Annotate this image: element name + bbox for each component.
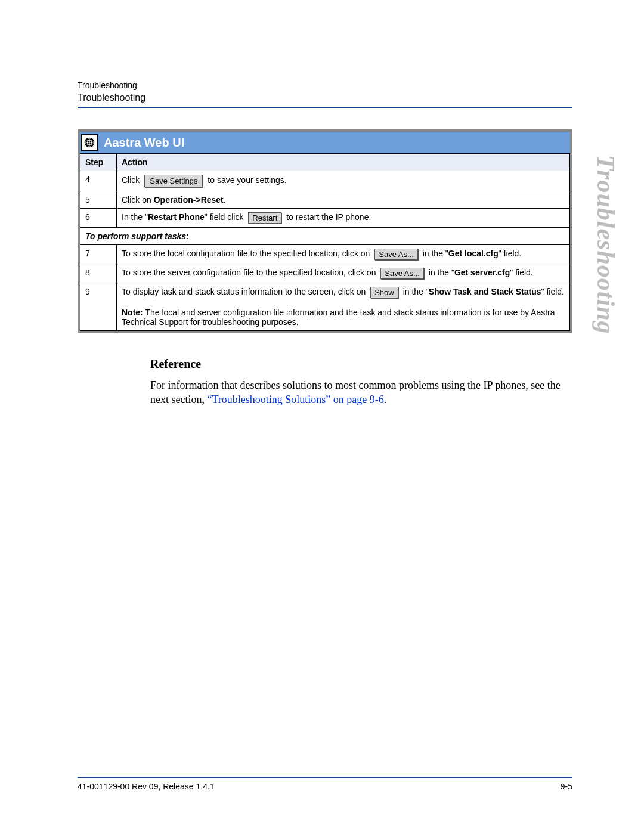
step-number: 4 [80,171,117,191]
table-row: 7 To store the local configuration file … [80,245,570,264]
step-number: 7 [80,245,117,264]
step-action: In the "Restart Phone" field click Resta… [117,209,570,228]
text: in the " [423,249,448,258]
text: in the " [429,268,454,277]
table-row: 8 To store the server configuration file… [80,264,570,283]
step-action: To store the local configuration file to… [117,245,570,264]
text-bold: Operation->Reset [154,195,224,205]
globe-icon [81,134,98,151]
text: Click on [122,195,154,205]
text-bold: Note: [122,308,143,317]
step-number: 5 [80,191,117,209]
text: " field. [499,249,521,258]
text: " field click [205,212,244,222]
restart-button[interactable]: Restart [248,212,281,224]
text: The local and server configuration file … [122,308,555,327]
text: . [384,394,387,405]
text: to save your settings. [208,175,286,185]
step-number: 9 [80,283,117,331]
xref-link[interactable]: page 9-6 [346,394,383,405]
text-bold: Restart Phone [148,212,205,222]
step-action: Click on Operation->Reset. [117,191,570,209]
reference-paragraph: For information that describes solutions… [150,378,561,407]
table-row: 5 Click on Operation->Reset. [80,191,570,209]
text: on [330,394,346,405]
text: To store the server configuration file t… [122,268,376,277]
step-number: 8 [80,264,117,283]
table-row: To perform support tasks: [80,228,570,245]
text: To store the local configuration file to… [122,249,370,258]
sub-header: To perform support tasks: [80,228,570,245]
breadcrumb-chapter: Troubleshooting [78,80,572,90]
procedure-box: Aastra Web UI Step Action 4 Click Save S… [78,129,572,333]
text: To display task and stack status informa… [122,287,366,296]
step-action: To store the server configuration file t… [117,264,570,283]
breadcrumb-section: Troubleshooting [78,92,572,103]
reference-section: Reference For information that describes… [150,357,561,407]
text: " field. [510,268,532,277]
text: . [224,195,226,205]
xref-link[interactable]: “Troubleshooting Solutions” [207,394,330,405]
text: in the " [403,287,429,296]
table-row: 9 To display task and stack status infor… [80,283,570,331]
side-tab-label: Troubleshooting [592,155,620,335]
text: Click [122,175,140,185]
text: to restart the IP phone. [286,212,371,222]
show-button[interactable]: Show [370,287,398,298]
step-number: 6 [80,209,117,228]
save-settings-button[interactable]: Save Settings [144,175,203,187]
col-step: Step [80,154,117,171]
text: In the " [122,212,148,222]
text-bold: Get local.cfg [448,249,499,258]
header-rule [78,107,572,108]
save-as-button[interactable]: Save As... [374,249,418,260]
reference-heading: Reference [150,357,561,371]
procedure-titlebar: Aastra Web UI [80,132,570,153]
table-row: 4 Click Save Settings to save your setti… [80,171,570,191]
footer-right: 9-5 [561,782,572,791]
footer-rule [78,777,572,778]
text-bold: Get server.cfg [454,268,510,277]
procedure-title: Aastra Web UI [104,136,184,150]
text: " field. [541,287,564,296]
table-row: 6 In the "Restart Phone" field click Res… [80,209,570,228]
step-action: To display task and stack status informa… [117,283,570,331]
text-bold: Show Task and Stack Status [429,287,541,296]
footer: 41-001129-00 Rev 09, Release 1.4.1 9-5 [78,777,572,791]
save-as-button[interactable]: Save As... [380,268,424,279]
col-action: Action [117,154,570,171]
step-action: Click Save Settings to save your setting… [117,171,570,191]
footer-left: 41-001129-00 Rev 09, Release 1.4.1 [78,782,215,791]
procedure-table: Step Action 4 Click Save Settings to sav… [80,153,570,331]
